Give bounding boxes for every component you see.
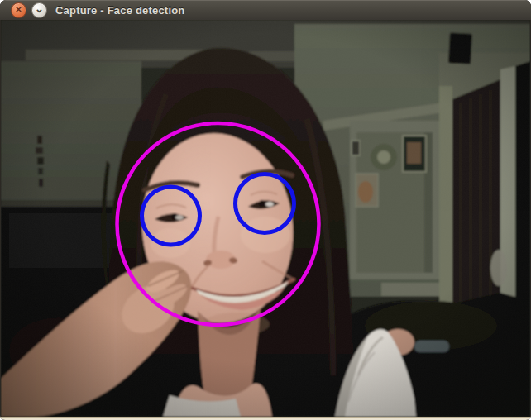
- chevron-down-icon: ⌄: [35, 3, 44, 14]
- webcam-video: [1, 20, 530, 417]
- app-window: ✕ ⌄ Capture - Face detection: [0, 0, 531, 420]
- vignette: [1, 20, 530, 417]
- video-frame: [1, 20, 530, 417]
- shade-button[interactable]: ⌄: [31, 2, 47, 18]
- close-icon: ✕: [15, 6, 22, 14]
- window-bottom-border: [0, 417, 531, 420]
- close-button[interactable]: ✕: [11, 2, 26, 18]
- titlebar[interactable]: ✕ ⌄ Capture - Face detection: [0, 0, 531, 20]
- window-title: Capture - Face detection: [55, 4, 185, 17]
